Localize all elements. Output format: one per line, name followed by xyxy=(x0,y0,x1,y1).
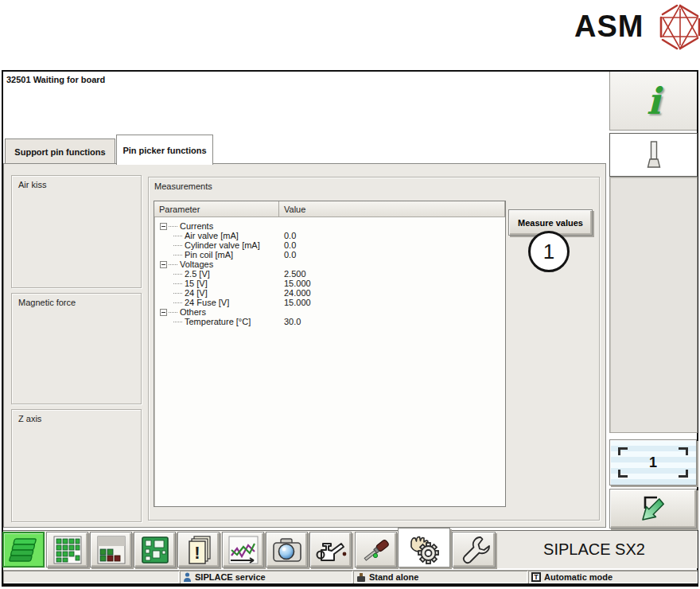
line-statistics-icon xyxy=(228,535,259,565)
tree-group-row[interactable]: Voltages xyxy=(154,259,505,269)
back-button[interactable] xyxy=(609,489,697,529)
screwdriver-icon xyxy=(359,534,394,566)
frame-corner-icon xyxy=(618,447,628,455)
asm-hexagon-logo-icon xyxy=(657,2,700,52)
table-body: Currents Air valve [mA] 0.0 Cylinder val… xyxy=(154,217,505,326)
tree-connector xyxy=(173,293,182,294)
bar-statistics-icon xyxy=(95,535,127,565)
manual-hand-gear-icon xyxy=(405,529,443,566)
collapse-icon[interactable] xyxy=(160,223,167,230)
status-segment-mode: Stand alone xyxy=(353,571,527,583)
group-magnetic-force: Magnetic force xyxy=(11,293,142,404)
frame-corner-icon xyxy=(679,470,688,478)
measurements-label: Measurements xyxy=(154,181,212,191)
status-mode-label: Stand alone xyxy=(369,572,418,582)
status-operation-label: Automatic mode xyxy=(544,572,612,582)
tree-leaf-row[interactable]: Cylinder valve [mA] 0.0 xyxy=(154,240,505,250)
asm-logo-text: ASM xyxy=(574,10,644,44)
oil-can-icon xyxy=(313,534,348,566)
callout-1: 1 xyxy=(528,231,570,272)
wrench-icon xyxy=(457,533,492,567)
tree-connector xyxy=(173,283,182,284)
tree-connector xyxy=(173,245,182,246)
user-icon xyxy=(183,572,192,583)
toolbar-button-oil-can[interactable] xyxy=(309,532,352,568)
button-label: Measure values xyxy=(518,218,583,228)
camera-icon xyxy=(270,534,305,566)
info-icon: i xyxy=(647,83,660,119)
status-segment-empty xyxy=(3,571,179,583)
tree-leaf-row[interactable]: Pin coil [mA] 0.0 xyxy=(154,250,505,259)
info-button[interactable]: i xyxy=(609,72,697,131)
group-air-kiss: Air kiss xyxy=(11,175,142,288)
frame-corner-icon xyxy=(679,447,688,455)
screen: ASM 32501 Waiting for board i Support pi… xyxy=(0,0,700,589)
collapse-icon[interactable] xyxy=(160,309,167,316)
error-messages-icon: ! xyxy=(183,534,215,566)
tree-connector xyxy=(169,312,177,313)
toolbar-button-manual-operation[interactable] xyxy=(398,528,450,568)
status-segment-user: SIPLACE service xyxy=(180,571,352,583)
tree-connector xyxy=(173,322,182,322)
group-label: Z axis xyxy=(18,414,41,423)
sidebar-panel xyxy=(609,177,698,433)
toolbar-button-pcb[interactable] xyxy=(134,532,176,568)
automatic-mode-icon: T xyxy=(531,572,541,582)
station-select-button[interactable]: 1 xyxy=(609,439,697,486)
callout-number: 1 xyxy=(543,240,554,264)
tree-connector xyxy=(169,226,177,227)
machine-mode-icon xyxy=(356,572,366,583)
green-back-arrow-icon xyxy=(636,491,671,526)
pcb-icon xyxy=(139,535,171,565)
tree-leaf-row[interactable]: 24 [V] 24.000 xyxy=(154,288,505,298)
group-label: Air kiss xyxy=(18,180,46,189)
group-label: Magnetic force xyxy=(18,298,76,307)
tree-leaf-row[interactable]: Temperature [°C] 30.0 xyxy=(154,317,505,326)
tab-pin-picker-functions[interactable]: Pin picker functions xyxy=(116,135,213,165)
measurements-table[interactable]: Parameter Value Currents Air valve [mA] … xyxy=(154,201,506,507)
toolbar-button-error-messages[interactable]: ! xyxy=(177,532,220,568)
column-header-parameter[interactable]: Parameter xyxy=(154,201,279,217)
toolbar-button-component-grid[interactable] xyxy=(46,532,88,568)
table-header: Parameter Value xyxy=(154,201,505,217)
toolbar-button-board-stack[interactable] xyxy=(2,532,45,568)
tree-group-row[interactable]: Others xyxy=(154,307,505,317)
tree-leaf-row[interactable]: Air valve [mA] 0.0 xyxy=(154,231,505,240)
tree-leaf-row[interactable]: 24 Fuse [V] 15.000 xyxy=(154,298,505,307)
tab-label: Pin picker functions xyxy=(122,146,206,155)
tree-connector xyxy=(173,236,182,236)
status-segment-operation: T Automatic mode xyxy=(528,571,698,583)
group-z-axis: Z axis xyxy=(11,409,142,522)
status-title: 32501 Waiting for board xyxy=(6,75,105,84)
station-number: 1 xyxy=(649,454,657,471)
tree-connector xyxy=(173,274,182,275)
tree-group-row[interactable]: Currents xyxy=(154,221,505,231)
tree-connector xyxy=(169,264,177,265)
support-pin-tab-panel[interactable] xyxy=(609,133,698,177)
tab-label: Support pin functions xyxy=(14,147,105,157)
column-header-value[interactable]: Value xyxy=(279,201,505,217)
svg-text:!: ! xyxy=(194,543,200,563)
toolbar-button-line-statistics[interactable] xyxy=(222,532,264,568)
tab-support-pin-functions[interactable]: Support pin functions xyxy=(5,138,115,164)
toolbar-button-screwdriver[interactable] xyxy=(355,532,397,568)
component-grid-icon xyxy=(52,535,84,565)
toolbar-button-wrench[interactable] xyxy=(452,532,496,568)
frame-corner-icon xyxy=(618,470,628,478)
status-user-label: SIPLACE service xyxy=(195,572,266,582)
toolbar-button-bar-statistics[interactable] xyxy=(90,532,132,568)
support-pin-icon xyxy=(642,139,666,171)
tree-connector xyxy=(173,255,182,255)
toolbar-button-camera[interactable] xyxy=(266,532,308,568)
tree-connector xyxy=(173,302,182,303)
tree-leaf-row[interactable]: 2.5 [V] 2.500 xyxy=(154,269,505,279)
machine-name-label: SIPLACE SX2 xyxy=(495,532,694,568)
collapse-icon[interactable] xyxy=(160,261,167,268)
tree-leaf-row[interactable]: 15 [V] 15.000 xyxy=(154,279,505,288)
board-stack-icon xyxy=(6,534,41,566)
